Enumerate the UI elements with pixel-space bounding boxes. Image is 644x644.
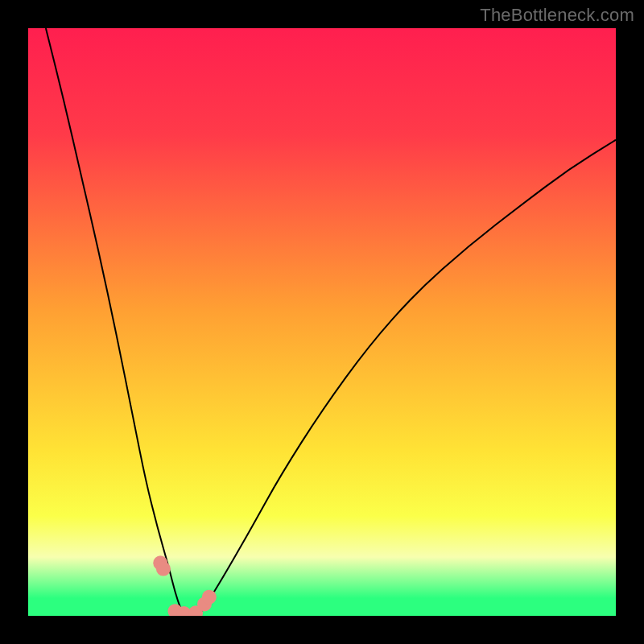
plot-area [28,28,616,616]
highlight-dot [156,562,171,576]
left-branch-curve [46,28,187,616]
watermark-text: TheBottleneck.com [480,5,634,26]
highlight-dots [153,555,217,616]
right-branch-curve [199,140,616,616]
curve-layer [28,28,616,616]
outer-frame: TheBottleneck.com [0,0,644,644]
highlight-dot [202,590,217,605]
